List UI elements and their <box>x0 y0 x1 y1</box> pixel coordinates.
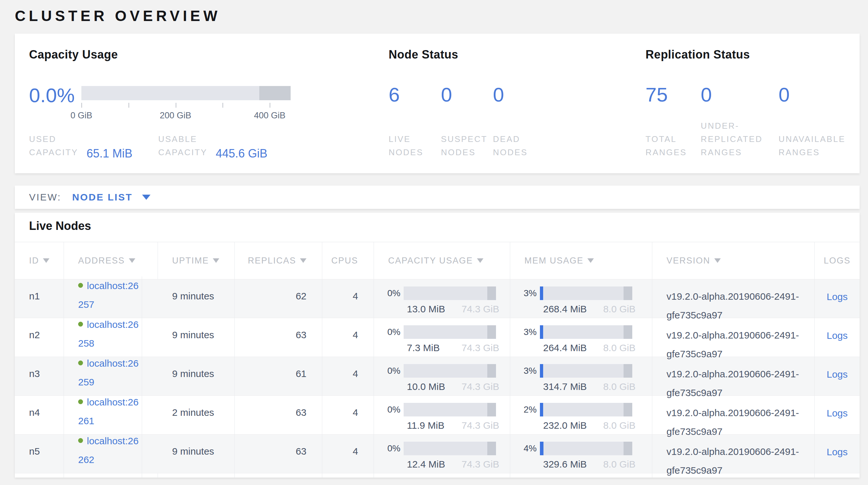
column-header-version[interactable]: VERSION <box>652 242 815 279</box>
sort-desc-icon <box>477 258 484 263</box>
node-id-cell: n5 <box>15 434 64 478</box>
mem-bar-fill <box>540 286 543 300</box>
capacity-usage-bar <box>404 325 496 339</box>
mem-bar-fill <box>540 325 543 339</box>
under-replicated-ranges-label: UNDER-REPLICATED RANGES <box>701 119 777 159</box>
capacity-usage-cell: 0% 10.0 MiB 74.3 GiB <box>374 357 510 402</box>
capacity-percent-label: 0% <box>374 287 404 300</box>
table-header-row: ID ADDRESS UPTIME REPLICAS CPUS CAPACITY… <box>15 242 860 279</box>
node-address-link[interactable]: localhost:26258 <box>78 319 138 348</box>
logs-link[interactable]: Logs <box>827 330 848 341</box>
cpus-cell: 4 <box>322 357 374 402</box>
used-capacity-value: 65.1 MiB <box>87 147 132 160</box>
replicas-cell: 63 <box>235 396 322 441</box>
logs-link[interactable]: Logs <box>827 369 848 379</box>
capacity-bar-endcap <box>487 403 496 417</box>
dead-nodes-label: DEAD NODES <box>493 133 545 159</box>
table-row: n5 localhost:26262 9 minutes 63 4 0% 12.… <box>15 434 860 473</box>
mem-usage-bar <box>540 325 632 339</box>
dead-nodes-count: 0 <box>493 85 646 105</box>
mem-usage-bar <box>540 403 632 417</box>
replication-status-heading: Replication Status <box>646 48 845 61</box>
mem-bar-endcap <box>624 286 632 300</box>
axis-tick-label: 200 GiB <box>160 111 191 121</box>
page-title: CLUSTER OVERVIEW <box>15 7 221 25</box>
column-header-capacity-usage[interactable]: CAPACITY USAGE <box>374 242 510 279</box>
column-header-replicas[interactable]: REPLICAS <box>235 242 322 279</box>
table-row: n1 localhost:26257 9 minutes 62 4 0% 13.… <box>15 279 860 318</box>
sort-desc-icon <box>43 258 50 263</box>
axis-tick-label: 400 GiB <box>254 111 285 121</box>
cpus-cell: 4 <box>322 434 374 478</box>
logs-link[interactable]: Logs <box>827 408 848 419</box>
logs-link[interactable]: Logs <box>827 447 848 457</box>
capacity-used-value: 12.4 MiB <box>407 458 445 471</box>
unavailable-ranges-count: 0 <box>779 85 845 105</box>
column-header-address[interactable]: ADDRESS <box>64 242 158 279</box>
cpus-cell: 4 <box>322 396 374 441</box>
mem-usage-cell: 4% 329.6 MiB 8.0 GiB <box>510 434 652 478</box>
capacity-usage-chart: 0.0% 0 GiB 200 GiB 400 GiB <box>29 85 389 106</box>
total-ranges-count: 75 <box>646 85 701 105</box>
live-nodes-count: 6 <box>389 85 441 105</box>
node-address-link[interactable]: localhost:26262 <box>78 435 138 465</box>
node-id-cell: n2 <box>15 318 64 364</box>
node-address-cell: localhost:26262 <box>64 432 142 478</box>
clipped-next-row <box>15 473 860 478</box>
capacity-percent-label: 0% <box>374 442 404 455</box>
mem-percent-label: 4% <box>510 442 540 455</box>
capacity-percent-label: 0% <box>374 403 404 416</box>
capacity-percent: 0.0% <box>29 85 82 106</box>
replicas-cell: 61 <box>235 357 322 402</box>
sort-desc-icon <box>129 258 135 263</box>
capacity-usage-heading: Capacity Usage <box>29 48 389 61</box>
version-cell: v19.2.0-alpha.20190606-2491-gfe735c9a97 <box>652 396 815 441</box>
column-header-mem-usage[interactable]: MEM USAGE <box>510 242 652 279</box>
node-live-status-dot <box>78 399 83 404</box>
node-live-status-dot <box>78 438 83 443</box>
mem-bar-endcap <box>624 364 632 378</box>
axis-tick <box>128 103 129 108</box>
capacity-used-value: 11.9 MiB <box>407 419 444 432</box>
summary-panel: Capacity Usage 0.0% 0 GiB 200 GiB 400 Gi… <box>15 34 860 173</box>
capacity-bar-endcap <box>487 364 496 378</box>
view-dropdown[interactable]: NODE LIST <box>72 192 151 203</box>
logs-cell: Logs <box>815 434 860 478</box>
capacity-usage-section: Capacity Usage 0.0% 0 GiB 200 GiB 400 Gi… <box>29 48 389 159</box>
sort-desc-icon <box>714 258 721 263</box>
table-row: n4 localhost:26261 2 minutes 63 4 0% 11.… <box>15 395 860 434</box>
logs-cell: Logs <box>815 357 860 402</box>
used-capacity-stat: USED CAPACITY 65.1 MiB <box>29 133 158 159</box>
usable-capacity-label: USABLE CAPACITY <box>158 133 210 159</box>
logs-cell: Logs <box>815 318 860 364</box>
node-address-link[interactable]: localhost:26259 <box>78 358 138 387</box>
capacity-usage-bar <box>404 442 496 455</box>
mem-bar-fill <box>540 364 543 378</box>
mem-used-value: 264.4 MiB <box>543 341 587 354</box>
mem-used-value: 329.6 MiB <box>543 458 587 471</box>
replication-status-section: Replication Status 75 0 0 TOTAL RANGES U… <box>646 48 845 159</box>
axis-tick <box>222 103 223 108</box>
version-cell: v19.2.0-alpha.20190606-2491-gfe735c9a97 <box>652 357 815 402</box>
capacity-bar-endcap <box>487 325 496 339</box>
capacity-usage-bar <box>404 403 496 417</box>
column-header-id[interactable]: ID <box>15 242 64 279</box>
mem-total-value: 8.0 GiB <box>603 341 636 354</box>
mem-usage-cell: 3% 268.4 MiB 8.0 GiB <box>510 279 652 325</box>
node-address-link[interactable]: localhost:26261 <box>78 397 138 426</box>
column-header-uptime[interactable]: UPTIME <box>158 242 235 279</box>
suspect-nodes-label: SUSPECT NODES <box>441 133 493 159</box>
cpus-cell: 4 <box>322 279 374 325</box>
axis-tick <box>270 103 270 108</box>
capacity-used-value: 13.0 MiB <box>407 303 445 316</box>
mem-bar-endcap <box>624 442 632 455</box>
suspect-nodes-count: 0 <box>441 85 493 105</box>
node-address-link[interactable]: localhost:26257 <box>78 280 138 310</box>
capacity-usage-cell: 0% 12.4 MiB 74.3 GiB <box>374 434 510 478</box>
axis-tick <box>176 103 176 108</box>
view-dropdown-value[interactable]: NODE LIST <box>72 192 132 203</box>
capacity-usage-bar <box>404 364 496 378</box>
node-id-cell: n3 <box>15 357 64 402</box>
logs-link[interactable]: Logs <box>827 291 848 302</box>
capacity-total-value: 74.3 GiB <box>461 419 499 432</box>
